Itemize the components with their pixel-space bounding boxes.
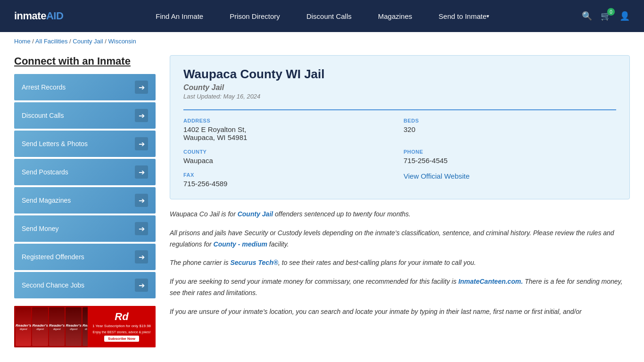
address-block: ADDRESS 1402 E Royalton St, Waupaca, WI … — [183, 118, 396, 141]
phone-value: 715-256-4545 — [404, 156, 616, 165]
facility-name: Waupaca County WI Jail — [183, 67, 616, 82]
beds-label: BEDS — [404, 118, 616, 123]
nav-send-to-inmate[interactable]: Send to Inmate — [425, 0, 503, 32]
sidebar-item-send-letters[interactable]: Send Letters & Photos ➔ — [14, 131, 156, 157]
website-block: View Official Website — [404, 172, 616, 188]
sidebar-item-label: Second Chance Jobs — [22, 281, 84, 289]
fax-label: FAX — [183, 172, 396, 178]
view-official-website-link[interactable]: View Official Website — [404, 172, 470, 180]
advertisement[interactable]: Reader's digest Reader's digest Reader's — [14, 306, 156, 347]
breadcrumb-wisconsin[interactable]: Wisconsin — [108, 38, 136, 45]
nav-prison-directory[interactable]: Prison Directory — [216, 0, 293, 32]
sidebar-item-label: Send Letters & Photos — [22, 140, 88, 148]
logo[interactable]: inmateAID — [14, 10, 63, 22]
sidebar-item-arrest-records[interactable]: Arrest Records ➔ — [14, 74, 156, 100]
facility-updated: Last Updated: May 16, 2024 — [183, 93, 616, 100]
main-nav: Find An Inmate Prison Directory Discount… — [77, 0, 568, 32]
sidebar-item-label: Send Money — [22, 225, 59, 232]
sidebar-title: Connect with an Inmate — [14, 55, 156, 67]
breadcrumb-home[interactable]: Home — [14, 38, 31, 45]
county-label: COUNTY — [183, 149, 396, 155]
header: inmateAID Find An Inmate Prison Director… — [0, 0, 644, 32]
sidebar-item-discount-calls[interactable]: Discount Calls ➔ — [14, 102, 156, 129]
fax-value: 715-256-4589 — [183, 180, 396, 188]
arrow-icon: ➔ — [135, 279, 148, 292]
user-icon[interactable]: 👤 — [619, 11, 630, 21]
facility-card: Waupaca County WI Jail County Jail Last … — [170, 55, 630, 199]
sidebar-item-second-chance-jobs[interactable]: Second Chance Jobs ➔ — [14, 272, 156, 298]
sidebar-item-send-magazines[interactable]: Send Magazines ➔ — [14, 187, 156, 214]
fax-block: FAX 715-256-4589 — [183, 172, 396, 188]
phone-block: PHONE 715-256-4545 — [404, 149, 616, 165]
facility-info-grid: ADDRESS 1402 E Royalton St, Waupaca, WI … — [183, 109, 616, 188]
county-block: COUNTY Waupaca — [183, 149, 396, 165]
facility-type: County Jail — [183, 83, 616, 92]
sidebar-item-label: Discount Calls — [22, 112, 64, 119]
address-value: 1402 E Royalton St, Waupaca, WI 54981 — [183, 125, 396, 141]
nav-find-inmate[interactable]: Find An Inmate — [142, 0, 216, 32]
facility-description: Waupaca Co Jail is for County Jail offen… — [170, 209, 630, 318]
nav-magazines[interactable]: Magazines — [365, 0, 426, 32]
county-jail-link[interactable]: County Jail — [238, 210, 273, 218]
sidebar-item-label: Send Magazines — [22, 197, 71, 204]
search-icon[interactable]: 🔍 — [582, 11, 592, 21]
sidebar-item-label: Arrest Records — [22, 83, 66, 91]
ad-logo: Rd — [115, 312, 128, 322]
sidebar-item-registered-offenders[interactable]: Registered Offenders ➔ — [14, 244, 156, 270]
logo-text: inmateAID — [14, 10, 63, 22]
address-label: ADDRESS — [183, 118, 396, 123]
desc-para3-prefix: The phone carrier is — [170, 259, 230, 266]
arrow-icon: ➔ — [135, 81, 148, 94]
main-content: Waupaca County WI Jail County Jail Last … — [170, 55, 630, 347]
ad-subtitle: Enjoy the BEST stories, advice & jokes! — [93, 330, 151, 334]
nav-discount-calls[interactable]: Discount Calls — [293, 0, 365, 32]
desc-para-1: Waupaca Co Jail is for County Jail offen… — [170, 209, 630, 220]
ad-title: 1 Year Subscription for only $19.98 — [92, 324, 151, 329]
sidebar-menu: Arrest Records ➔ Discount Calls ➔ Send L… — [14, 74, 156, 298]
desc-para-3: The phone carrier is Securus Tech®, to s… — [170, 257, 630, 269]
inmate-canteen-link[interactable]: InmateCanteen.com. — [458, 278, 523, 285]
arrow-icon: ➔ — [135, 137, 148, 150]
arrow-icon: ➔ — [135, 109, 148, 122]
sidebar-item-label: Send Postcards — [22, 168, 68, 176]
desc-para1-prefix: Waupaca Co Jail is for — [170, 210, 238, 218]
header-icons: 🔍 🛒 0 👤 — [582, 11, 630, 21]
beds-block: BEDS 320 — [404, 118, 616, 141]
sidebar-item-label: Registered Offenders — [22, 253, 84, 261]
desc-para-4: If you are seeking to send your inmate m… — [170, 276, 630, 299]
county-value: Waupaca — [183, 156, 396, 165]
breadcrumb-all-facilities[interactable]: All Facilities — [35, 38, 68, 45]
desc-para2-suffix: facility. — [267, 240, 289, 248]
desc-para4-prefix: If you are seeking to send your inmate m… — [170, 278, 458, 285]
cart-icon[interactable]: 🛒 0 — [601, 11, 611, 21]
arrow-icon: ➔ — [135, 222, 148, 235]
sidebar: Connect with an Inmate Arrest Records ➔ … — [14, 55, 156, 347]
desc-para1-suffix: offenders sentenced up to twenty four mo… — [273, 210, 411, 218]
ad-inner: Reader's digest Reader's digest Reader's — [14, 306, 156, 347]
county-medium-link[interactable]: County - medium — [214, 240, 267, 248]
phone-label: PHONE — [404, 149, 616, 155]
desc-para3-suffix: , to see their rates and best-calling pl… — [278, 259, 476, 266]
sidebar-item-send-money[interactable]: Send Money ➔ — [14, 215, 156, 242]
desc-para-5: If you are unsure of your inmate’s locat… — [170, 306, 630, 318]
ad-subscribe-button[interactable]: Subscribe Now — [104, 336, 139, 342]
arrow-icon: ➔ — [135, 250, 148, 263]
arrow-icon: ➔ — [135, 194, 148, 207]
cart-badge: 0 — [607, 8, 615, 16]
breadcrumb: Home / All Facilities / County Jail / Wi… — [0, 32, 644, 50]
beds-value: 320 — [404, 125, 616, 133]
desc-para-2: All prisons and jails have Security or C… — [170, 228, 630, 250]
main-layout: Connect with an Inmate Arrest Records ➔ … — [0, 50, 644, 362]
securus-tech-link[interactable]: Securus Tech® — [230, 259, 278, 266]
breadcrumb-county-jail[interactable]: County Jail — [73, 38, 103, 45]
sidebar-item-send-postcards[interactable]: Send Postcards ➔ — [14, 159, 156, 185]
arrow-icon: ➔ — [135, 165, 148, 179]
